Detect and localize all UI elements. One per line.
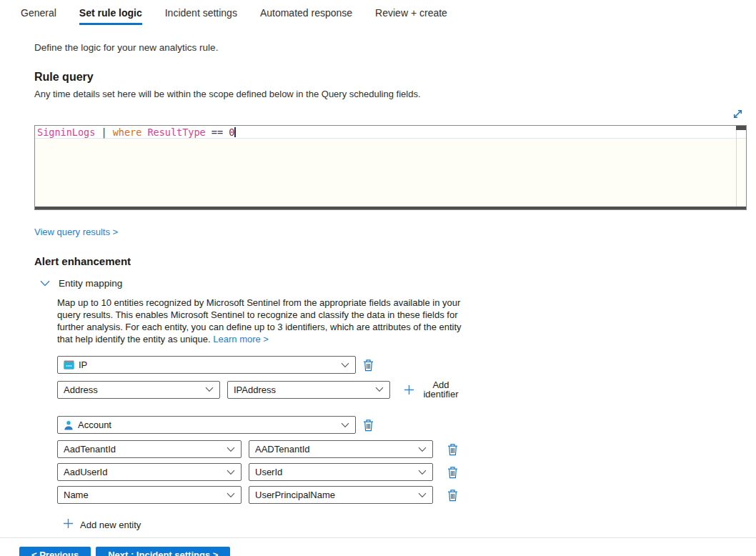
identifier-value-select[interactable]: IPAddress xyxy=(227,381,390,399)
ip-icon xyxy=(64,360,74,369)
plus-icon xyxy=(63,518,74,531)
horizontal-scrollbar-thumb[interactable] xyxy=(35,207,746,209)
query-token: ResultType xyxy=(147,126,211,138)
entity-mapping-description: Map up to 10 entities recognized by Micr… xyxy=(57,297,466,345)
entity-type-select-label: IP xyxy=(79,359,87,370)
tab-general[interactable]: General xyxy=(21,7,56,25)
chevron-down-icon xyxy=(227,470,235,475)
text-cursor xyxy=(234,127,236,137)
chevron-down-icon xyxy=(227,447,235,452)
chevron-down-icon xyxy=(418,470,427,475)
delete-entity-button[interactable] xyxy=(362,359,375,372)
entity-type-select[interactable]: IP xyxy=(57,356,356,374)
entity-type-select[interactable]: Account xyxy=(57,416,356,434)
trash-icon xyxy=(363,419,374,432)
identifier-select-value: AadUserId xyxy=(64,467,227,477)
identifier-select-label: AadUserId xyxy=(64,467,107,477)
page-description: Define the logic for your new analytics … xyxy=(34,42,756,53)
identifier-value-select-value: IPAddress xyxy=(234,384,375,395)
identifier-value-select-label: IPAddress xyxy=(234,384,276,395)
identifier-select[interactable]: Name xyxy=(57,486,242,504)
identifier-row: AadTenantIdAADTenantId xyxy=(57,440,756,458)
identifier-select-label: Name xyxy=(64,490,89,500)
editor-toolbar xyxy=(34,108,747,120)
add-identifier-label: Add identifier xyxy=(420,380,462,399)
query-token: SigninLogs xyxy=(37,126,101,138)
entity-account: AccountAadTenantIdAADTenantIdAadUserIdUs… xyxy=(57,416,756,504)
chevron-down-icon xyxy=(375,387,384,392)
chevron-down-icon xyxy=(227,492,235,498)
chevron-down-icon xyxy=(205,387,214,392)
previous-button[interactable]: < Previous xyxy=(19,547,91,556)
query-token: == xyxy=(212,126,229,138)
entity-type-row: IP xyxy=(57,356,756,374)
view-query-results-link[interactable]: View query results > xyxy=(34,227,118,237)
learn-more-link[interactable]: Learn more > xyxy=(213,334,269,344)
identifier-select[interactable]: AadUserId xyxy=(57,463,242,481)
identifier-value-select-value: UserPrincipalName xyxy=(255,490,418,500)
identifier-select[interactable]: Address xyxy=(57,381,220,399)
identifier-value-select-value: AADTenantId xyxy=(255,444,418,455)
entity-mapping-expander[interactable]: Entity mapping xyxy=(40,277,756,289)
alert-enhancement-heading: Alert enhancement xyxy=(34,255,756,267)
query-code-line[interactable]: SigninLogs | where ResultType == 0 xyxy=(35,126,746,139)
entity-type-select-value: Account xyxy=(64,420,341,430)
expand-icon xyxy=(732,111,744,122)
identifier-value-select-value: UserId xyxy=(255,467,418,477)
delete-identifier-button[interactable] xyxy=(446,466,459,479)
identifier-value-select[interactable]: AADTenantId xyxy=(249,440,433,458)
trash-icon xyxy=(447,489,458,502)
tab-automated-response[interactable]: Automated response xyxy=(260,7,352,25)
entity-type-row: Account xyxy=(57,416,756,434)
identifier-row: NameUserPrincipalName xyxy=(57,486,756,504)
identifier-select[interactable]: AadTenantId xyxy=(57,440,242,458)
delete-identifier-button[interactable] xyxy=(446,489,459,502)
delete-entity-button[interactable] xyxy=(362,419,375,432)
chevron-down-icon xyxy=(418,492,427,498)
identifier-value-select-label: AADTenantId xyxy=(255,444,310,455)
tab-incident-settings[interactable]: Incident settings xyxy=(165,7,237,25)
rule-query-subtitle: Any time details set here will be within… xyxy=(34,89,756,99)
identifier-value-select[interactable]: UserId xyxy=(249,463,433,481)
tab-set-rule-logic[interactable]: Set rule logic xyxy=(79,7,142,25)
vertical-scrollbar[interactable] xyxy=(736,126,746,209)
entity-mapping-label: Entity mapping xyxy=(59,278,122,289)
expand-query-editor-button[interactable] xyxy=(732,108,744,120)
identifier-value-select-label: UserPrincipalName xyxy=(255,490,335,500)
query-editor[interactable]: SigninLogs | where ResultType == 0 xyxy=(34,125,747,210)
footer-divider xyxy=(0,537,756,538)
chevron-down-icon xyxy=(40,277,50,289)
next-button[interactable]: Next : Incident settings > xyxy=(96,547,230,556)
entity-list: IPAddressIPAddressAdd identifierAccountA… xyxy=(57,356,756,504)
entity-ip: IPAddressIPAddressAdd identifier xyxy=(57,356,756,399)
trash-icon xyxy=(447,466,458,479)
add-new-entity-label: Add new entity xyxy=(80,520,141,530)
entity-type-select-label: Account xyxy=(78,420,111,430)
identifier-value-select[interactable]: UserPrincipalName xyxy=(249,486,433,504)
query-token: | xyxy=(101,126,112,138)
wizard-footer: < Previous Next : Incident settings > xyxy=(19,547,756,556)
identifier-select-value: Address xyxy=(64,384,205,395)
rule-query-heading: Rule query xyxy=(34,71,756,84)
identifier-row: AadUserIdUserId xyxy=(57,463,756,481)
trash-icon xyxy=(363,359,374,372)
identifier-select-value: AadTenantId xyxy=(64,444,227,455)
chevron-down-icon xyxy=(341,422,349,428)
add-identifier-button[interactable]: Add identifier xyxy=(404,380,462,399)
identifier-value-select-label: UserId xyxy=(255,467,282,477)
delete-identifier-button[interactable] xyxy=(446,443,459,456)
trash-icon xyxy=(447,443,458,456)
identifier-select-label: AadTenantId xyxy=(64,444,116,455)
wizard-tabs: GeneralSet rule logicIncident settingsAu… xyxy=(0,0,756,25)
identifier-select-value: Name xyxy=(64,490,227,500)
tab-review-create[interactable]: Review + create xyxy=(375,7,447,25)
plus-icon xyxy=(404,384,414,395)
chevron-down-icon xyxy=(341,362,349,368)
vertical-scrollbar-thumb[interactable] xyxy=(736,126,746,130)
identifier-select-label: Address xyxy=(64,384,98,395)
query-token: where xyxy=(113,126,148,138)
chevron-down-icon xyxy=(418,447,427,452)
query-token: 0 xyxy=(229,126,234,138)
add-new-entity-button[interactable]: Add new entity xyxy=(63,518,141,531)
account-icon xyxy=(64,420,74,430)
